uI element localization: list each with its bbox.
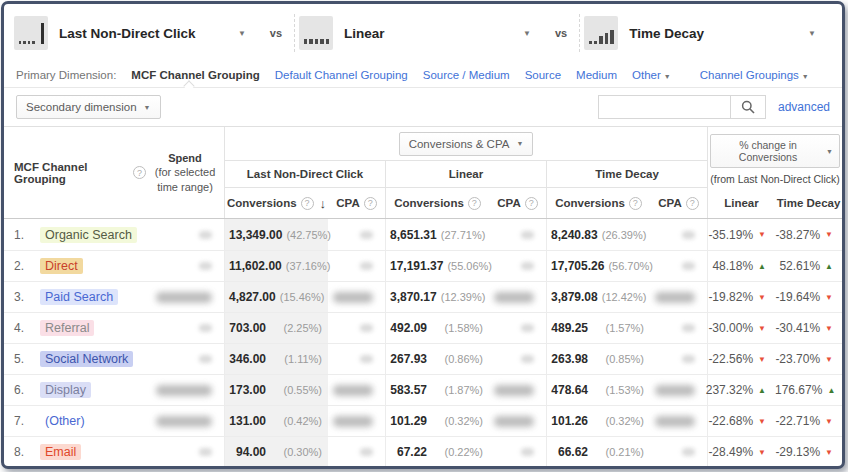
conversions-value: 263.98 [551, 352, 588, 366]
help-icon[interactable]: ? [301, 197, 314, 210]
conversions-value: 583.57 [390, 383, 427, 397]
channel-chip[interactable]: Referral [40, 320, 94, 336]
conversions-cell: 263.98(0.85%) [546, 344, 650, 374]
search-button[interactable] [730, 95, 766, 119]
channel-chip[interactable]: Social Network [40, 351, 133, 367]
search-icon [741, 100, 755, 114]
linear-model-icon [299, 16, 333, 50]
cpa-cell [328, 219, 385, 250]
conversions-value: 3,879.08 [551, 290, 598, 304]
redacted-value [521, 324, 534, 332]
primary-dimension-bar: Primary Dimension: MCF Channel Grouping … [4, 62, 842, 88]
advanced-search-link[interactable]: advanced [778, 100, 830, 114]
chevron-down-icon: ▼ [664, 73, 671, 80]
pct-change-value: 176.67% [775, 383, 822, 397]
conversions-pct: (0.55%) [270, 384, 322, 396]
help-icon[interactable]: ? [364, 197, 377, 210]
conversions-cell: 492.09(1.58%) [385, 313, 489, 343]
secondary-dimension-button[interactable]: Secondary dimension ▼ [16, 95, 161, 119]
pct-change-linear-header[interactable]: Linear [707, 188, 775, 218]
channel-chip[interactable]: Paid Search [40, 289, 118, 305]
arrow-down-icon: ▼ [825, 230, 833, 239]
chevron-down-icon: ▼ [826, 148, 833, 155]
cpa-cell [489, 282, 546, 312]
arrow-down-icon: ▼ [758, 448, 766, 457]
help-icon[interactable]: ? [133, 166, 146, 179]
model-selector-1[interactable]: Last Non-Direct Click ▼ [14, 16, 262, 50]
conversions-column-header[interactable]: Conversions? [385, 188, 489, 218]
group-header-linear: Linear [385, 161, 546, 188]
redacted-value [682, 324, 695, 332]
redacted-value [682, 231, 695, 239]
dimension-default-channel-grouping[interactable]: Default Channel Grouping [275, 69, 408, 81]
conversions-pct: (1.11%) [270, 353, 322, 365]
pct-change-dropdown[interactable]: % change in Conversions ▼ [710, 134, 840, 168]
redacted-value [360, 448, 373, 456]
search-input[interactable] [598, 95, 730, 119]
channel-chip[interactable]: Email [40, 444, 81, 460]
channel-chip[interactable]: Organic Search [40, 227, 137, 243]
model-selector-3[interactable]: Time Decay ▼ [584, 16, 832, 50]
model-selector-2[interactable]: Linear ▼ [299, 16, 547, 50]
channel-groupings-dropdown[interactable]: Channel Groupings▼ [700, 69, 809, 81]
cpa-cell [650, 344, 707, 374]
cpa-column-header[interactable]: CPA? [328, 188, 385, 218]
pct-change-header-area: % change in Conversions ▼ (from Last Non… [707, 127, 842, 188]
cpa-cell [489, 219, 546, 250]
conversions-cell: 131.00(0.42%) [224, 406, 328, 436]
conversions-pct: (26.39%) [602, 229, 647, 241]
channel-chip[interactable]: Display [40, 382, 91, 398]
conversions-value: 478.64 [551, 383, 588, 397]
help-icon[interactable]: ? [468, 197, 481, 210]
dimension-source[interactable]: Source [525, 69, 561, 81]
pct-change-cell: -22.71%▼ [775, 406, 842, 436]
conversions-cell: 267.93(0.86%) [385, 344, 489, 374]
sort-descending-icon: ↓ [320, 196, 327, 211]
conversions-column-header[interactable]: Conversions ? ↓ [224, 188, 328, 218]
redacted-value [199, 324, 212, 332]
pct-change-value: -22.56% [708, 352, 753, 366]
table-row: 5.Social Network346.00(1.11%)267.93(0.86… [4, 343, 842, 374]
conversions-cell: 17,705.26(56.70%) [546, 251, 650, 281]
redacted-value [156, 385, 212, 396]
channel-chip[interactable]: Direct [40, 258, 83, 274]
conversions-value: 346.00 [229, 352, 266, 366]
cpa-cell [650, 282, 707, 312]
conversions-value: 17,191.37 [390, 259, 443, 273]
model-2-label: Linear [344, 26, 385, 41]
conversions-value: 66.62 [551, 445, 588, 459]
channel-cell: 3.Paid Search [4, 282, 146, 312]
help-icon[interactable]: ? [629, 197, 642, 210]
help-icon[interactable]: ? [525, 197, 538, 210]
cpa-cell [489, 344, 546, 374]
row-rank: 3. [14, 290, 30, 304]
dimension-source-medium[interactable]: Source / Medium [423, 69, 510, 81]
redacted-value [521, 355, 534, 363]
conversions-column-header[interactable]: Conversions? [546, 188, 650, 218]
chevron-down-icon: ▼ [238, 29, 246, 38]
pct-change-cell: -19.64%▼ [775, 282, 842, 312]
cpa-column-header[interactable]: CPA? [489, 188, 546, 218]
dimension-medium[interactable]: Medium [576, 69, 617, 81]
cpa-cell [328, 313, 385, 343]
dimension-mcf-channel-grouping[interactable]: MCF Channel Grouping [131, 69, 259, 81]
conversions-pct: (0.86%) [431, 353, 483, 365]
spend-cell [146, 437, 224, 467]
dimension-other-dropdown[interactable]: Other▼ [632, 69, 671, 81]
help-icon[interactable]: ? [686, 197, 699, 210]
redacted-value [360, 262, 373, 270]
channel-cell: 7.(Other) [4, 406, 146, 436]
channel-chip[interactable]: (Other) [40, 413, 90, 429]
channel-cell: 6.Display [4, 375, 146, 405]
cpa-column-header[interactable]: CPA? [650, 188, 707, 218]
conversions-value: 3,870.17 [390, 290, 437, 304]
pct-change-time-decay-header[interactable]: Time Decay [775, 188, 842, 218]
pct-change-cell: -38.27%▼ [775, 219, 842, 250]
conversions-cpa-dropdown[interactable]: Conversions & CPA ▼ [399, 132, 534, 156]
pct-change-cell: 237.32%▲ [707, 375, 775, 405]
conversions-pct: (0.21%) [592, 446, 644, 458]
redacted-value [494, 416, 534, 427]
row-rank: 2. [14, 259, 30, 273]
spend-cell [146, 282, 224, 312]
pct-change-value: -35.19% [708, 228, 753, 242]
